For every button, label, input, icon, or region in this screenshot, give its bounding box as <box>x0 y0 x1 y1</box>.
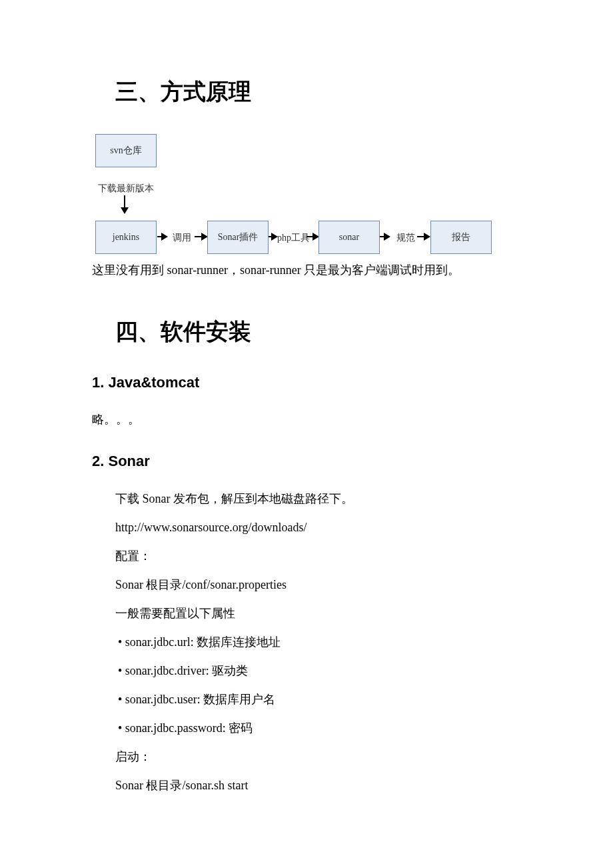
diagram-arrow-call-label: 调用 <box>160 232 204 244</box>
diagram-box-report: 报告 <box>430 221 492 254</box>
diagram-arrow-download-label: 下载最新版本 <box>95 183 157 195</box>
subsection-1-heading: 1. Java&tomcat <box>92 374 521 391</box>
diagram-arrow-segment <box>417 236 429 237</box>
diagram-arrow-segment <box>195 236 207 237</box>
content-line: 一般需要配置以下属性 <box>115 605 521 623</box>
content-bullet: sonar.jdbc.user: 数据库用户名 <box>115 691 521 709</box>
diagram-arrow-down <box>124 195 125 213</box>
diagram-arrow-php-label: php工具 <box>269 232 318 244</box>
diagram-box-jenkins: jenkins <box>95 221 157 254</box>
content-line: 启动： <box>115 748 521 766</box>
diagram-box-sonar: sonar <box>318 221 380 254</box>
diagram-arrow-spec-label: 规范 <box>384 232 428 244</box>
content-line: 配置： <box>115 547 521 565</box>
content-line: Sonar 根目录/sonar.sh start <box>115 777 521 795</box>
subsection-2-heading: 2. Sonar <box>92 453 521 470</box>
flow-diagram: svn仓库 下载最新版本 jenkins 调用 Sonar插件 php工具 so… <box>92 134 512 254</box>
content-bullet: sonar.jdbc.url: 数据库连接地址 <box>115 633 521 651</box>
section-3-heading: 三、方式原理 <box>115 77 521 107</box>
content-bullet: sonar.jdbc.driver: 驱动类 <box>115 662 521 680</box>
subsection-2-content: 下载 Sonar 发布包，解压到本地磁盘路径下。 http://www.sona… <box>92 490 521 795</box>
content-line: Sonar 根目录/conf/sonar.properties <box>115 576 521 594</box>
content-line-url: http://www.sonarsource.org/downloads/ <box>115 519 521 537</box>
diagram-arrow-segment <box>306 236 318 237</box>
section-4-heading: 四、软件安装 <box>115 317 521 347</box>
diagram-box-sonar-plugin: Sonar插件 <box>207 221 269 254</box>
document-page: 三、方式原理 svn仓库 下载最新版本 jenkins 调用 Sonar插件 p… <box>0 0 613 795</box>
section-3-note: 这里没有用到 sonar-runner，sonar-runner 只是最为客户端… <box>92 261 521 280</box>
content-line: 下载 Sonar 发布包，解压到本地磁盘路径下。 <box>115 490 521 508</box>
subsection-1-body: 略。。。 <box>92 411 521 427</box>
diagram-box-svn: svn仓库 <box>95 134 157 167</box>
content-bullet: sonar.jdbc.password: 密码 <box>115 719 521 737</box>
